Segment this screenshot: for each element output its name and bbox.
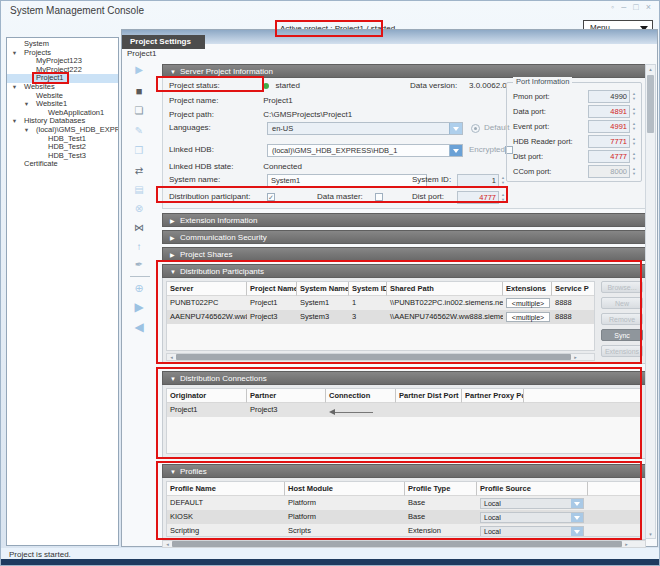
edit-project-icon[interactable]: ✎: [122, 124, 156, 140]
spinner-icon[interactable]: [630, 92, 638, 101]
add-icon[interactable]: ⊕: [122, 281, 156, 297]
column-header[interactable]: Profile Name: [167, 482, 285, 496]
languages-dropdown[interactable]: en-US: [267, 122, 463, 135]
participants-horizontal-scrollbar[interactable]: ◂▸: [166, 353, 595, 361]
chevron-down-icon[interactable]: [571, 499, 583, 508]
distribution-participant-checkbox[interactable]: [267, 193, 275, 201]
extensions-dropdown[interactable]: <multiple>: [506, 298, 550, 308]
sync-button[interactable]: Sync: [601, 329, 643, 341]
column-header[interactable]: Partner: [247, 389, 326, 403]
section-header-server-project-information[interactable]: ▼Server Project Information: [162, 64, 646, 78]
linked-hdb-dropdown[interactable]: (local)\GMS_HDB_EXPRESS\HDB_1: [267, 144, 463, 157]
upgrade-project-icon[interactable]: ↑: [122, 240, 156, 256]
spinner-icon[interactable]: [630, 122, 638, 131]
tree-expand-icon[interactable]: ▼: [10, 117, 19, 126]
tree-expand-icon[interactable]: ▼: [22, 126, 31, 135]
column-header[interactable]: System Name: [297, 282, 349, 296]
section-header-distribution-connections[interactable]: ▼Distribution Connections: [162, 371, 646, 385]
scroll-left-icon[interactable]: ◂: [167, 354, 176, 360]
scrollbar-thumb[interactable]: [172, 541, 622, 547]
browse-button[interactable]: Browse...: [601, 281, 643, 293]
stop-project-icon[interactable]: ■: [122, 84, 156, 100]
table-row[interactable]: KIOSK Platform Base Local: [167, 510, 641, 524]
start-project-icon[interactable]: ▶: [122, 63, 156, 79]
column-header[interactable]: Profile Type: [405, 482, 477, 496]
chevron-down-icon[interactable]: [571, 513, 583, 522]
tree-expand-icon[interactable]: ▼: [10, 83, 19, 92]
link-hdb-icon[interactable]: ⇄: [122, 164, 156, 180]
content-vertical-scrollbar[interactable]: ▴ ▾: [645, 64, 656, 539]
profile-source-dropdown[interactable]: Local: [480, 526, 584, 537]
spinner-icon[interactable]: [630, 152, 638, 161]
activate-icon[interactable]: ▶: [122, 300, 156, 316]
column-header[interactable]: Partner Dist Port: [396, 389, 462, 403]
pin-icon[interactable]: ✒: [122, 258, 156, 274]
spinner-icon[interactable]: [630, 107, 638, 116]
deactivate-icon[interactable]: ◀: [122, 320, 156, 336]
tree-item-certificate[interactable]: Certificate: [7, 160, 118, 169]
table-row[interactable]: Project1 Project3: [167, 403, 641, 417]
extensions-button[interactable]: Extensions: [601, 345, 643, 357]
column-header[interactable]: Service P: [552, 282, 594, 296]
section-header-communication-security[interactable]: ▶Communication Security: [162, 230, 646, 244]
default-language-radio[interactable]: [471, 124, 480, 133]
system-id-stepper[interactable]: 1: [457, 174, 507, 187]
column-header[interactable]: Connection: [326, 389, 396, 403]
new-project-icon[interactable]: ❏: [122, 104, 156, 120]
chevron-down-icon[interactable]: [571, 527, 583, 536]
tree-expand-icon[interactable]: ▼: [10, 49, 19, 58]
minimize-icon[interactable]: –: [621, 2, 626, 12]
pmon-port-input[interactable]: 4990: [588, 90, 630, 103]
dist-port-stepper[interactable]: 4777: [457, 191, 507, 204]
section-header-extension-information[interactable]: ▶Extension Information: [162, 213, 646, 227]
table-row[interactable]: Scripting Scripts Extension Local: [167, 524, 641, 537]
data-master-checkbox[interactable]: [375, 193, 383, 201]
rename-project-icon[interactable]: ❒: [122, 144, 156, 160]
section-header-project-shares[interactable]: ▶Project Shares: [162, 247, 646, 261]
column-header[interactable]: System ID: [349, 282, 387, 296]
system-name-input[interactable]: System1: [267, 174, 427, 187]
column-header[interactable]: Shared Path: [387, 282, 503, 296]
content-horizontal-scrollbar[interactable]: ◂▸: [162, 540, 646, 548]
remove-button[interactable]: Remove: [601, 313, 643, 325]
column-header[interactable]: Server: [167, 282, 247, 296]
column-header[interactable]: Partner Proxy Port: [462, 389, 524, 403]
table-row[interactable]: PUNBT022PC Project1 System1 1 \\PUNBT022…: [167, 296, 594, 310]
column-header[interactable]: Host Module: [285, 482, 405, 496]
close-icon[interactable]: ×: [646, 2, 651, 12]
spinner-icon[interactable]: [630, 137, 638, 146]
options-icon[interactable]: ◦: [611, 2, 614, 12]
scroll-right-icon[interactable]: ▸: [622, 541, 631, 547]
column-header[interactable]: Extensions: [503, 282, 552, 296]
hdb-reader-port-input[interactable]: 7771: [588, 135, 630, 148]
scroll-right-icon[interactable]: ▸: [571, 354, 580, 360]
distribution-icon[interactable]: ⋈: [122, 221, 156, 237]
column-header[interactable]: Profile Source: [477, 482, 588, 496]
save-project-icon[interactable]: ▤: [122, 183, 156, 199]
profile-source-dropdown[interactable]: Local: [480, 512, 584, 523]
column-header[interactable]: Originator: [167, 389, 247, 403]
dist-port-input[interactable]: 4777: [588, 150, 630, 163]
new-button[interactable]: New: [601, 297, 643, 309]
scrollbar-thumb[interactable]: [176, 354, 571, 360]
extensions-dropdown[interactable]: <multiple>: [506, 312, 550, 322]
delete-project-icon[interactable]: ⊗: [122, 202, 156, 218]
table-row[interactable]: AAENPU746562W.ww888 Project3 System3 3 \…: [167, 310, 594, 324]
chevron-down-icon[interactable]: [449, 123, 462, 134]
tree-expand-icon[interactable]: ▼: [22, 100, 31, 109]
scrollbar-thumb[interactable]: [647, 75, 654, 133]
section-header-distribution-participants[interactable]: ▼Distribution Participants: [162, 264, 646, 278]
tab-project-settings[interactable]: Project Settings: [122, 35, 205, 49]
scroll-down-icon[interactable]: ▾: [646, 530, 655, 538]
scroll-up-icon[interactable]: ▴: [646, 65, 655, 73]
maximize-icon[interactable]: □: [633, 2, 638, 12]
section-header-profiles[interactable]: ▼Profiles: [162, 464, 646, 478]
profile-source-dropdown[interactable]: Local: [480, 498, 584, 509]
table-row[interactable]: DEFAULT Platform Base Local: [167, 496, 641, 510]
chevron-down-icon[interactable]: [449, 145, 462, 156]
event-port-input[interactable]: 4991: [588, 120, 630, 133]
spinner-icon[interactable]: [499, 191, 507, 204]
scroll-left-icon[interactable]: ◂: [163, 541, 172, 547]
column-header[interactable]: Project Name: [247, 282, 297, 296]
data-port-input[interactable]: 4891: [588, 105, 630, 118]
